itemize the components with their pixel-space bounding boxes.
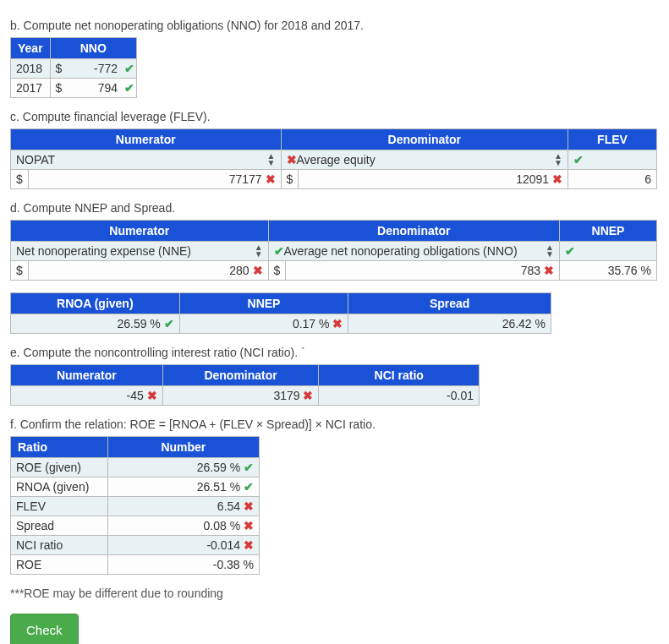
table-flev: Numerator Denominator FLEV NOPAT ▲▼ ✖Ave… <box>10 128 657 189</box>
denominator-select[interactable]: ✔Average net nonoperating obligations (N… <box>268 242 559 261</box>
result-value[interactable]: -0.01 <box>319 386 480 406</box>
select-label: NOPAT <box>16 153 55 166</box>
check-icon: ✔ <box>244 480 254 494</box>
check-icon: ✔ <box>244 461 254 474</box>
th-year: Year <box>11 38 51 59</box>
cell-label: Spread <box>11 516 108 536</box>
select-label: Average equity <box>297 153 376 166</box>
check-icon: ✔ <box>573 153 584 166</box>
th-denominator: Denominator <box>162 365 319 386</box>
cell-value[interactable]: -772 <box>67 59 123 78</box>
numerator-select[interactable]: NOPAT ▲▼ <box>11 150 282 170</box>
table-spread: RNOA (given) NNEP Spread 26.59 % ✔ 0.17 … <box>10 292 551 334</box>
x-icon: ✖ <box>244 519 254 532</box>
cell-value[interactable]: 26.51 % ✔ <box>107 478 259 497</box>
cell-value[interactable]: 26.59 % ✔ <box>107 458 259 478</box>
denominator-input[interactable]: 3179 ✖ <box>162 386 319 406</box>
table-row: $ 77177 ✖ $ 12091 ✖ 6 <box>11 170 657 189</box>
th-spread: Spread <box>348 293 551 314</box>
check-icon: ✔ <box>164 317 174 330</box>
th-number: Number <box>107 437 259 458</box>
th-nno: NNO <box>50 38 136 59</box>
denominator-input[interactable]: 12091 ✖ <box>299 170 568 189</box>
sort-icon: ▲▼ <box>255 244 263 258</box>
table-row: RNOA (given) 26.51 % ✔ <box>11 478 260 497</box>
denominator-select[interactable]: ✖Average equity ▲▼ <box>281 150 568 170</box>
section-e-title: e. Compute the noncontrolling interest r… <box>10 346 659 359</box>
select-label: Average net nonoperating obligations (NN… <box>284 244 518 258</box>
x-icon: ✖ <box>253 264 263 277</box>
x-icon: ✖ <box>244 499 254 513</box>
result-cell: ✔ <box>568 150 657 170</box>
cell-label: FLEV <box>11 497 108 516</box>
cell-value[interactable]: -0.014 ✖ <box>107 536 259 555</box>
denominator-input[interactable]: 783 ✖ <box>286 261 560 281</box>
table-roe-confirm: Ratio Number ROE (given) 26.59 % ✔ RNOA … <box>10 436 260 575</box>
table-row: 2018 $ -772 ✔ <box>11 59 137 79</box>
numerator-input[interactable]: 280 ✖ <box>28 261 268 281</box>
check-icon: ✔ <box>123 79 136 97</box>
result-value[interactable]: 35.76 % <box>560 261 657 281</box>
numerator-select[interactable]: Net nonoperating expense (NNE) ▲▼ <box>11 242 269 261</box>
sort-icon: ▲▼ <box>546 244 554 258</box>
th-flev: FLEV <box>568 129 657 150</box>
table-nnep: Numerator Denominator NNEP Net nonoperat… <box>10 220 657 281</box>
th-numerator: Numerator <box>11 365 163 386</box>
numerator-input[interactable]: -45 ✖ <box>11 386 163 406</box>
table-row: -45 ✖ 3179 ✖ -0.01 <box>11 386 480 406</box>
th-numerator: Numerator <box>11 129 282 150</box>
check-icon: ✔ <box>123 59 136 78</box>
table-row: NCI ratio -0.014 ✖ <box>11 536 260 555</box>
table-row: $ 280 ✖ $ 783 ✖ 35.76 % <box>11 261 657 281</box>
spread-value[interactable]: 26.42 % <box>348 314 551 334</box>
cell-currency: $ <box>281 170 299 189</box>
cell-value[interactable]: 0.08 % ✖ <box>107 516 259 536</box>
sort-icon: ▲▼ <box>554 153 562 166</box>
cell-currency: $ <box>51 59 68 78</box>
result-cell: ✔ <box>560 242 657 261</box>
cell-value[interactable]: 794 <box>67 79 123 97</box>
table-nci: Numerator Denominator NCI ratio -45 ✖ 31… <box>10 364 480 406</box>
x-icon: ✖ <box>552 172 562 186</box>
th-nnep: NNEP <box>560 221 657 242</box>
x-icon: ✖ <box>332 317 343 330</box>
result-value[interactable]: 6 <box>568 170 657 189</box>
section-d-title: d. Compute NNEP and Spread. <box>10 201 659 215</box>
x-icon: ✖ <box>544 264 554 277</box>
th-nnep: NNEP <box>179 293 348 314</box>
section-c-title: c. Compute financial leverage (FLEV). <box>10 110 659 123</box>
table-row: Net nonoperating expense (NNE) ▲▼ ✔Avera… <box>11 242 657 261</box>
th-denominator: Denominator <box>281 129 568 150</box>
table-row: 26.59 % ✔ 0.17 % ✖ 26.42 % <box>11 314 551 334</box>
cell-year: 2018 <box>11 59 51 79</box>
nnep-input[interactable]: 0.17 % ✖ <box>179 314 348 334</box>
select-label: Net nonoperating expense (NNE) <box>16 244 191 258</box>
cell-label: ROE (given) <box>11 458 108 478</box>
check-icon: ✔ <box>565 244 575 258</box>
table-row: NOPAT ▲▼ ✖Average equity ▲▼ ✔ <box>11 150 657 170</box>
cell-value[interactable]: 6.54 ✖ <box>107 497 259 516</box>
sort-icon: ▲▼ <box>267 153 276 166</box>
rnoa-input[interactable]: 26.59 % ✔ <box>11 314 180 334</box>
cell-currency: $ <box>11 261 29 281</box>
cell-label: RNOA (given) <box>11 478 108 497</box>
numerator-input[interactable]: 77177 ✖ <box>28 170 281 189</box>
cell-label: NCI ratio <box>11 536 108 555</box>
th-numerator: Numerator <box>11 221 269 242</box>
table-row: 2017 $ 794 ✔ <box>11 79 137 98</box>
table-row: Spread 0.08 % ✖ <box>11 516 260 536</box>
cell-currency: $ <box>51 79 68 97</box>
cell-currency: $ <box>268 261 286 281</box>
x-icon: ✖ <box>147 389 157 402</box>
check-button[interactable]: Check <box>10 614 79 644</box>
table-nno: Year NNO 2018 $ -772 ✔ 2017 $ 794 ✔ <box>10 37 137 98</box>
table-row: ROE -0.38 % <box>11 555 260 575</box>
cell-label: ROE <box>11 555 108 575</box>
table-row: ROE (given) 26.59 % ✔ <box>11 458 260 478</box>
section-b-title: b. Compute net nonoperating obligations … <box>10 19 659 32</box>
cell-value[interactable]: -0.38 % <box>107 555 259 575</box>
th-denominator: Denominator <box>268 221 559 242</box>
cell-year: 2017 <box>11 79 51 98</box>
th-rnoa: RNOA (given) <box>11 293 180 314</box>
th-nci: NCI ratio <box>319 365 480 386</box>
